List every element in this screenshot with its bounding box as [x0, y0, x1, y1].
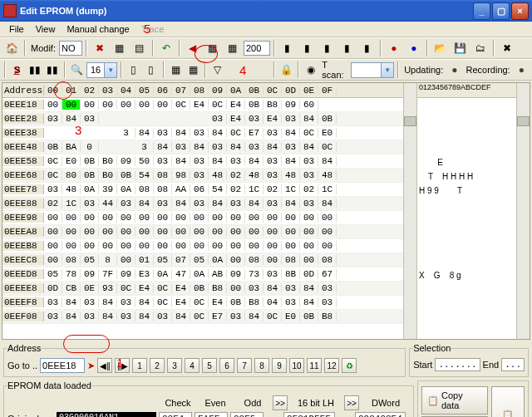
hex-cell[interactable]: 84 — [227, 142, 245, 152]
hex-cell[interactable]: 84 — [264, 142, 282, 152]
hex-cell[interactable]: 8B — [282, 269, 300, 279]
hex-cell[interactable]: 00 — [264, 227, 282, 237]
hex-cell[interactable]: 00 — [300, 255, 318, 265]
hex-cell[interactable]: 01 — [135, 255, 154, 265]
hex-cell[interactable]: 03 — [117, 312, 135, 321]
page-button-5[interactable]: 5 — [202, 358, 217, 373]
hex-row[interactable]: 0EEED80578097F09E30A470AAB0973038B0D67 — [2, 267, 403, 282]
disk-icon[interactable]: 💾 — [451, 39, 470, 57]
hex-cell[interactable]: 84 — [300, 114, 318, 124]
hex-cell[interactable]: 54 — [209, 184, 227, 194]
ascii-scrollbar[interactable] — [516, 83, 530, 339]
grid-b-icon[interactable]: ▦ — [185, 61, 201, 79]
hex-cell[interactable]: 78 — [62, 269, 81, 279]
delete-red-icon[interactable]: ✖ — [91, 39, 109, 57]
hex-cell[interactable]: BA — [62, 142, 81, 152]
hex-cell[interactable]: 84 — [300, 297, 318, 307]
hex-cell[interactable]: B0 — [99, 156, 117, 166]
hex-cell[interactable]: 84 — [172, 128, 190, 138]
sigma-icon[interactable]: S — [9, 61, 25, 79]
back-red-icon[interactable]: ◀ — [184, 39, 202, 57]
hex-cell[interactable]: 84 — [264, 283, 282, 293]
hex-cell[interactable]: 00 — [190, 213, 209, 223]
hex-cell[interactable]: 84 — [245, 312, 264, 321]
bars-icon[interactable]: ▮▮ — [27, 61, 42, 79]
hex-cell[interactable]: 84 — [172, 156, 190, 166]
hex-cell[interactable]: 00 — [99, 100, 117, 110]
hex-row[interactable]: 0EEEE80DCB0E930CE40CE40BB8000384038403 — [2, 282, 403, 296]
hex-cell[interactable]: E0 — [282, 312, 300, 321]
hex-cell[interactable]: 00 — [209, 227, 227, 237]
list-icon[interactable]: ▤ — [131, 39, 149, 57]
hex-cell[interactable]: 0C — [44, 170, 62, 180]
hex-cell[interactable]: 03 — [300, 170, 318, 180]
hex-cell[interactable]: 03 — [227, 199, 245, 208]
hex-cell[interactable]: E4 — [135, 283, 154, 293]
hex-cell[interactable]: 0B — [81, 170, 99, 180]
hex-cell[interactable]: 03 — [81, 312, 99, 321]
hex-cell[interactable]: E4 — [227, 100, 245, 110]
hex-cell[interactable]: 7F — [99, 269, 117, 279]
bit16-more-button[interactable]: >> — [273, 395, 288, 410]
hex-cell[interactable]: 84 — [135, 297, 154, 307]
hex-cell[interactable]: 0C — [154, 283, 172, 293]
grid1-icon[interactable]: ▦ — [204, 39, 222, 57]
hex-cell[interactable]: 03 — [190, 199, 209, 208]
hex-cell[interactable]: 00 — [44, 227, 62, 237]
hex-cell[interactable]: 84 — [154, 142, 172, 152]
hex-cell[interactable]: 0C — [209, 100, 227, 110]
lock-icon[interactable]: 🔒 — [278, 61, 294, 79]
hex-cell[interactable]: 03 — [318, 283, 337, 293]
hex-cell[interactable]: 0B — [117, 170, 135, 180]
doc2-icon[interactable]: ▯ — [143, 61, 159, 79]
page-button-2[interactable]: 2 — [150, 358, 165, 373]
hex-cell[interactable]: 00 — [282, 213, 300, 223]
hex-cell[interactable]: 0B — [245, 100, 264, 110]
hex-cell[interactable]: 00 — [190, 241, 209, 251]
modif-input[interactable] — [59, 41, 82, 56]
hex-cell[interactable]: 02 — [300, 184, 318, 194]
hex-cell[interactable]: 00 — [227, 213, 245, 223]
hex-cell[interactable]: E4 — [264, 114, 282, 124]
open-icon[interactable]: 📂 — [431, 39, 450, 57]
nav4-icon[interactable]: ▮ — [338, 39, 357, 57]
hex-cell[interactable]: 00 — [245, 241, 264, 251]
hex-cell[interactable]: 03 — [227, 312, 245, 321]
hex-cell[interactable]: 84 — [282, 128, 300, 138]
hex-cell[interactable]: 00 — [282, 241, 300, 251]
hex-cell[interactable]: 08 — [318, 255, 337, 265]
hex-row[interactable]: 0EEE2803840303E403E403840B — [2, 112, 403, 126]
hex-cell[interactable]: 48 — [282, 170, 300, 180]
hex-cell[interactable]: E7 — [245, 128, 264, 138]
copy-data-button[interactable]: 📋Copy data — [421, 386, 488, 415]
nav2-icon[interactable]: ▮ — [298, 39, 317, 57]
hex-cell[interactable]: 03 — [154, 312, 172, 321]
hex-cell[interactable]: 93 — [99, 283, 117, 293]
hex-cell[interactable]: 84 — [300, 142, 318, 152]
hex-cell[interactable]: 03 — [81, 114, 99, 124]
menu-view[interactable]: View — [30, 22, 62, 36]
hex-cell[interactable]: 00 — [154, 100, 172, 110]
hex-cell[interactable]: 00 — [300, 241, 318, 251]
refresh-button[interactable]: ♻ — [342, 358, 357, 373]
hex-cell[interactable]: 00 — [81, 227, 99, 237]
hex-cell[interactable]: 00 — [264, 255, 282, 265]
hex-cell[interactable]: 39 — [99, 184, 117, 194]
hex-cell[interactable]: B0 — [99, 170, 117, 180]
hex-cell[interactable]: 0C — [190, 312, 209, 321]
hex-cell[interactable]: 00 — [264, 213, 282, 223]
hex-cell[interactable]: 03 — [300, 199, 318, 208]
hex-row[interactable]: 0EEE680C800BB00B5408980348024803480348 — [2, 169, 403, 183]
hex-cell[interactable]: 00 — [154, 213, 172, 223]
hex-cell[interactable]: 00 — [62, 100, 81, 110]
page-button-6[interactable]: 6 — [219, 358, 234, 373]
hex-cell[interactable]: 1C — [62, 199, 81, 208]
hex-cell[interactable]: 0E — [81, 283, 99, 293]
hex-cell[interactable]: E4 — [227, 114, 245, 124]
hex-cell[interactable]: 00 — [300, 213, 318, 223]
hex-cell[interactable]: 84 — [209, 199, 227, 208]
hex-cell[interactable]: 80 — [62, 170, 81, 180]
hex-cell[interactable]: 00 — [245, 227, 264, 237]
tscan-combo[interactable]: ▼ — [351, 62, 394, 78]
hex-cell[interactable]: 03 — [318, 297, 337, 307]
